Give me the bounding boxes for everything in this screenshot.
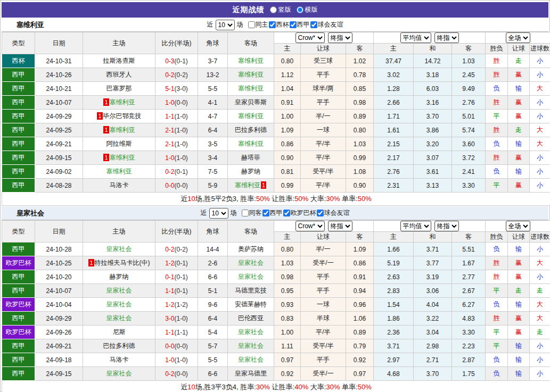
avg-draw: 3.16	[414, 96, 452, 110]
odds-away: 0.85	[346, 82, 374, 96]
away-team: 皇家社会	[228, 326, 274, 339]
avg-source-select[interactable]: 平均值	[400, 221, 431, 231]
odds-home: 0.90	[274, 151, 301, 165]
result-goals: 大	[530, 82, 550, 96]
home-team-rank-badge: 1	[88, 259, 94, 266]
home-team: 巴塞罗那	[83, 82, 155, 96]
avg-source-select[interactable]: 平均值	[400, 32, 431, 43]
column-subheader: 让球	[301, 232, 346, 243]
vertical-layout-radio[interactable]	[270, 6, 277, 13]
fulltime-score: 0-2	[165, 71, 174, 79]
match-score: 0-3(0-1)	[155, 54, 198, 68]
scope-select[interactable]: 全场	[506, 32, 530, 43]
layout-option-vertical[interactable]: 竖版	[270, 5, 291, 14]
odds-home: 0.81	[274, 165, 301, 179]
filter-comp-1-checkbox[interactable]	[283, 210, 290, 216]
summary-text: 大率:	[308, 195, 326, 203]
match-count-select[interactable]: 10	[216, 20, 235, 30]
avg-draw: 4.04	[414, 298, 452, 312]
avg-draw: 3.86	[414, 123, 452, 137]
filter-comp-2-checkbox[interactable]	[310, 21, 317, 28]
filter-comp-0-checkbox[interactable]	[269, 21, 276, 28]
halftime-score: (1-0)	[175, 154, 188, 162]
summary-text: 50%	[294, 195, 308, 203]
team-name: 皇家社会	[17, 208, 44, 218]
layout-option-horizontal[interactable]: 横版	[297, 5, 318, 14]
odds-handicap: 球半/两	[301, 82, 346, 96]
result-handicap: 输	[508, 339, 530, 353]
recent-matches-table: 类型日期主场比分(半场)角球客场Crow*终指 平均值终指 全场 主让球客主和客…	[2, 220, 550, 392]
odds-handicap: 平手	[301, 96, 346, 110]
match-score: 0-2(0-2)	[155, 243, 198, 256]
away-team: 塞维利亚	[228, 137, 274, 151]
result-goals: 大	[530, 137, 550, 151]
avg-time-select[interactable]: 终指	[434, 221, 459, 231]
avg-home: 2.17	[374, 151, 414, 165]
filter-same-option[interactable]: 同客	[242, 208, 262, 218]
filter-comp-0-checkbox[interactable]	[262, 210, 269, 216]
filter-same-option[interactable]: 同主	[248, 20, 269, 29]
filter-same-checkbox[interactable]	[242, 210, 249, 216]
result-handicap: 输	[508, 367, 530, 381]
corners: 5-1	[198, 284, 228, 298]
competition-badge: 西甲	[2, 68, 35, 82]
match-count-select[interactable]: 10	[209, 208, 228, 219]
filter-comp-2-checkbox[interactable]	[317, 210, 324, 216]
column-header: 日期	[35, 221, 83, 243]
column-subheader: 胜负	[486, 44, 508, 54]
odds-away: 0.96	[346, 298, 374, 312]
match-score: 1-1(1-1)	[155, 326, 198, 339]
home-team: 赫罗纳	[83, 270, 155, 284]
vertical-layout-label: 竖版	[278, 5, 291, 14]
filter-comp-1-option[interactable]: 西甲	[290, 20, 310, 29]
match-score: 1-0(1-0)	[155, 353, 198, 367]
horizontal-layout-radio[interactable]	[297, 6, 303, 13]
team-section: 皇家社会 近10场同客西甲欧罗巴杯球会友谊 类型日期主场比分(半场)角球客场Cr…	[2, 206, 548, 392]
scope-select[interactable]: 全场	[506, 221, 530, 231]
bookmaker-odds-header: Crow*终指	[274, 32, 374, 44]
home-team: 皇家社会	[83, 284, 155, 298]
corners: 4-1	[198, 96, 228, 110]
filter-comp-1-checkbox[interactable]	[290, 21, 297, 28]
result-outcome: 负	[486, 298, 508, 312]
result-goals: 小	[530, 96, 550, 110]
result-goals: 小	[530, 151, 550, 165]
avg-home: 4.68	[374, 367, 414, 381]
match-score: 1-0(1-0)	[155, 151, 198, 165]
fulltime-score: 1-0	[165, 154, 174, 162]
odds-source-select[interactable]: Crow*	[295, 221, 325, 231]
odds-time-select[interactable]: 终指	[328, 32, 352, 43]
home-team: 马洛卡	[83, 353, 155, 367]
avg-away: 5.51	[452, 243, 486, 256]
halftime-score: (0-0)	[175, 99, 188, 106]
filter-comp-1-option[interactable]: 欧罗巴杯	[283, 208, 317, 218]
fulltime-score: 1-1	[165, 287, 174, 295]
match-score: 0-2(0-0)	[155, 367, 198, 381]
filter-comp-2-option[interactable]: 球会友谊	[310, 20, 344, 29]
result-handicap: 走	[508, 54, 530, 68]
odds-home: 1.12	[274, 68, 301, 82]
home-team-name: 阿拉维斯	[106, 140, 132, 147]
column-subheader: 主	[374, 232, 414, 243]
avg-away: 1.75	[452, 367, 486, 381]
result-outcome: 负	[486, 243, 508, 256]
avg-time-select[interactable]: 终指	[434, 32, 459, 43]
odds-away: 0.98	[346, 96, 374, 110]
result-handicap: 赢	[508, 256, 530, 270]
filter-comp-0-option[interactable]: 西杯	[269, 20, 290, 29]
result-handicap: 赢	[508, 68, 530, 82]
filter-comp-0-option[interactable]: 西甲	[262, 208, 283, 218]
filter-comp-2-option[interactable]: 球会友谊	[317, 208, 350, 218]
filter-same-checkbox[interactable]	[248, 21, 255, 28]
match-score: 0-0(0-0)	[155, 339, 198, 353]
home-team-name: 皇家社会	[106, 314, 132, 322]
odds-source-select[interactable]: Crow*	[295, 32, 325, 43]
column-header: 客场	[228, 32, 274, 54]
halftime-score: (1-0)	[175, 315, 188, 322]
away-team: 赫塔菲	[228, 151, 274, 165]
home-team-name: 特拉维夫马卡比(中)	[95, 259, 150, 266]
avg-away: 2.87	[452, 353, 486, 367]
home-team-name: 塞维利亚	[110, 98, 135, 106]
result-handicap: 赢	[508, 96, 530, 110]
odds-time-select[interactable]: 终指	[328, 221, 352, 231]
